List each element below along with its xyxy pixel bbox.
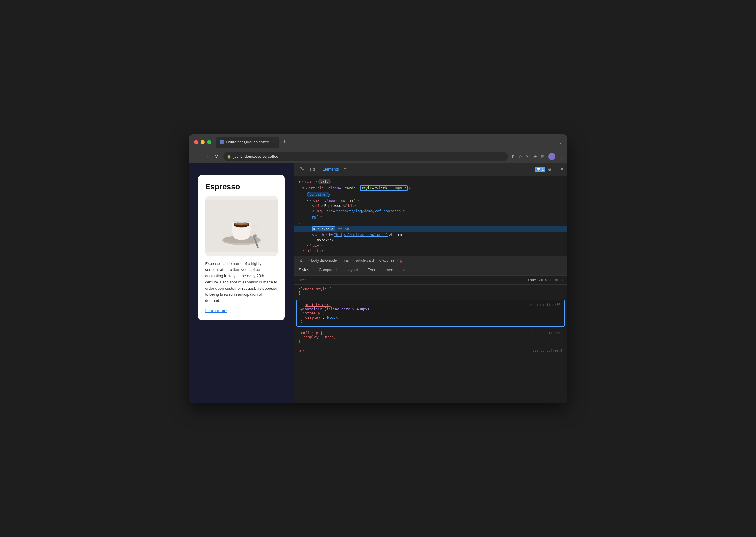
dom-ellipsis: ...	[294, 219, 567, 226]
address-bar: ← → ↺ 🔒 jec.fyi/demo/css-cq-coffee ⬆ ☆ ✂…	[189, 150, 567, 163]
dom-article-badge-line: container	[294, 191, 567, 198]
tab-event-listeners[interactable]: Event Listeners	[363, 265, 399, 275]
dom-a-more-line: more</a>	[294, 237, 567, 243]
more-tabs-icon[interactable]: »	[344, 166, 346, 173]
breadcrumb-p[interactable]: p	[399, 258, 404, 263]
forward-button[interactable]: →	[203, 153, 210, 160]
container-query-rule: → article.card css-cq-coffee:30 @contain…	[296, 300, 565, 327]
tab-computed[interactable]: Computed	[314, 265, 341, 275]
display-prop-strikethrough: display	[304, 335, 319, 339]
filter-cls[interactable]: .cls	[538, 278, 547, 282]
extensions-icon[interactable]: ✂	[526, 154, 530, 159]
add-style-icon[interactable]: +	[550, 277, 552, 282]
breadcrumb-body[interactable]: body.dark-mode	[310, 258, 338, 263]
back-button[interactable]: ←	[193, 153, 200, 160]
element-style-rule: element.style { }	[294, 285, 567, 298]
address-text: jec.fyi/demo/css-cq-coffee	[234, 154, 279, 159]
devtools-close-button[interactable]: ×	[560, 167, 563, 172]
container-badge: container	[307, 192, 330, 197]
dom-h1-line[interactable]: <h1> Espresso </h1>	[294, 203, 567, 208]
styles-pane: element.style { } → article.card css-cq-…	[294, 285, 567, 403]
styles-tabs: Styles Computed Layout Event Listeners »	[294, 265, 567, 276]
coffee-p-selector: .coffee p {	[301, 311, 324, 315]
grid-badge: grid	[318, 179, 331, 184]
coffee-p-rule: .coffee p { css-cq-coffee:21 display : n…	[294, 329, 567, 346]
display-value: block;	[327, 315, 340, 319]
profile-icon[interactable]: ⊞	[541, 154, 545, 159]
coffee-description: Espresso is the name of a highly concent…	[205, 261, 278, 304]
article-card-link[interactable]: article.card	[305, 303, 331, 307]
console-badge[interactable]: 💬 1	[535, 167, 545, 172]
bookmark-icon[interactable]: ☆	[518, 154, 522, 159]
breadcrumb-main[interactable]: main	[341, 258, 352, 263]
breadcrumb-bar: html › body.dark-mode › main › article.c…	[294, 256, 567, 265]
settings-icon[interactable]: ⚙	[548, 167, 552, 172]
rule3-source: css-cq-coffee:3	[532, 349, 562, 352]
tabs-chevron-icon[interactable]: ⌄	[559, 140, 562, 145]
tab-close-button[interactable]: ×	[272, 140, 276, 144]
user-avatar[interactable]	[548, 153, 556, 160]
svg-rect-9	[300, 168, 301, 169]
reload-button[interactable]: ↺	[213, 152, 220, 160]
filter-input[interactable]	[298, 278, 525, 282]
triangle-icon[interactable]: ▼	[299, 180, 301, 184]
coffee-card-title: Espresso	[205, 182, 278, 191]
close-button[interactable]	[194, 140, 198, 144]
minimize-button[interactable]	[200, 140, 205, 144]
devtools-actions: 💬 1 ⚙ ⋮ ×	[535, 167, 563, 172]
triangle-icon[interactable]: ▼	[302, 186, 304, 190]
none-value-strikethrough: none;	[325, 335, 336, 339]
svg-rect-11	[311, 168, 313, 171]
svg-rect-12	[313, 168, 314, 171]
breadcrumb-div[interactable]: div.coffee	[378, 258, 396, 263]
device-mode-icon[interactable]	[308, 165, 317, 174]
tab-bar: Container Queries coffee × +	[216, 137, 556, 147]
svg-point-8	[236, 222, 246, 224]
menu-icon[interactable]: ⋮	[559, 154, 563, 159]
dom-tree: ▼ <main> grid ▼ <article class="card" st…	[294, 176, 567, 256]
styles-tab-more[interactable]: »	[399, 265, 409, 275]
dom-article-line[interactable]: ▼ <article class="card" style="width: 50…	[294, 185, 567, 191]
new-tab-button[interactable]: +	[281, 138, 289, 146]
dom-a-line[interactable]: <a href="http://coffee.com/mocha" >Learn	[294, 232, 567, 237]
element-picker-icon[interactable]	[298, 165, 306, 174]
dom-div-coffee-line[interactable]: ▼ <div class="coffee" >	[294, 198, 567, 203]
espresso-cup-illustration	[205, 196, 278, 256]
breadcrumb-article[interactable]: article.card	[355, 258, 375, 263]
dom-article-close-line: <article>	[294, 248, 567, 254]
expand-p-icon[interactable]: ▶ <p>…</p>	[312, 227, 335, 231]
copy-style-icon[interactable]: ⧉	[555, 277, 557, 282]
maximize-button[interactable]	[207, 140, 211, 144]
learn-more-link[interactable]: Learn more	[205, 308, 278, 313]
elements-tab[interactable]: Elements	[319, 166, 342, 173]
devtools-more-icon[interactable]: ⋮	[554, 167, 558, 172]
dom-img-line[interactable]: <img src="/assets/img/demo/cof-espresso.…	[294, 208, 567, 214]
active-tab[interactable]: Container Queries coffee ×	[216, 137, 279, 147]
devtools-toolbar: Elements » 💬 1 ⚙ ⋮ ×	[294, 163, 567, 176]
triangle-icon[interactable]: ▼	[307, 199, 309, 202]
rule1-source: css-cq-coffee:30	[529, 303, 560, 307]
lock-icon: 🔒	[227, 154, 231, 159]
coffee-card: Espresso	[198, 175, 285, 320]
devtools-panel: Elements » 💬 1 ⚙ ⋮ × ▼ <ma	[294, 163, 567, 403]
filter-bar: :hov .cls + ⧉ ⇥	[294, 276, 567, 285]
pin-icon[interactable]: ★	[533, 154, 537, 159]
breadcrumb-html[interactable]: html	[298, 258, 307, 263]
rule2-source: css-cq-coffee:21	[531, 331, 562, 335]
tab-styles[interactable]: Styles	[294, 265, 314, 275]
filter-hov[interactable]: :hov	[528, 278, 536, 282]
tab-title: Container Queries coffee	[226, 140, 269, 144]
dom-p-selected-line[interactable]: ▶ <p>…</p> == $0	[294, 226, 567, 232]
badge-count: 1	[542, 168, 544, 171]
chat-icon: 💬	[536, 168, 541, 171]
p-selector: p {	[299, 349, 305, 353]
at-container-rule: @container (inline-size > 400px)	[301, 307, 370, 311]
tab-favicon	[220, 140, 224, 144]
dom-img-line2: pg" >	[294, 214, 567, 219]
address-field[interactable]: 🔒 jec.fyi/demo/css-cq-coffee	[223, 152, 508, 161]
tab-layout[interactable]: Layout	[341, 265, 363, 275]
share-icon[interactable]: ⬆	[511, 154, 515, 159]
browser-window: Container Queries coffee × + ⌄ ← → ↺ 🔒 j…	[189, 134, 567, 403]
dom-main-line[interactable]: ▼ <main> grid	[294, 179, 567, 185]
toggle-style-icon[interactable]: ⇥	[560, 277, 563, 282]
